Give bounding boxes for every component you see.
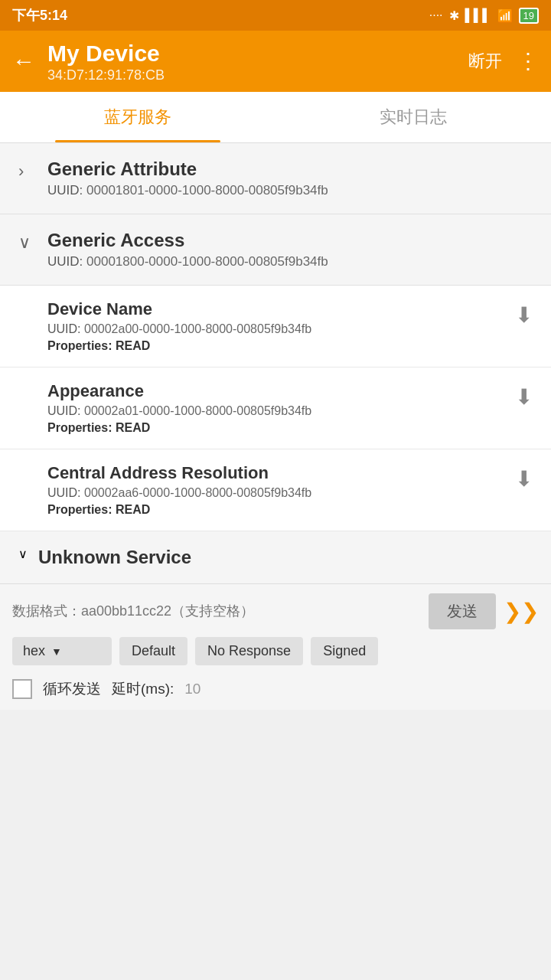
char-name-device-name: Device Name bbox=[47, 299, 515, 319]
char-uuid-device-name: UUID: 00002a00-0000-1000-8000-00805f9b34… bbox=[47, 322, 515, 336]
tab-bluetooth[interactable]: 蓝牙服务 bbox=[0, 92, 276, 142]
default-button[interactable]: Default bbox=[119, 637, 187, 665]
format-select[interactable]: hex ▼ bbox=[12, 637, 112, 665]
send-button[interactable]: 发送 bbox=[429, 593, 496, 629]
service-name-unknown: Unknown Service bbox=[38, 547, 533, 568]
chevron-down-icon-unknown: ∨ bbox=[18, 547, 28, 561]
toolbar-actions: 断开 ⋮ bbox=[468, 50, 539, 73]
status-time: 下午5:14 bbox=[12, 6, 67, 24]
loop-label: 循环发送 bbox=[43, 679, 101, 699]
loop-checkbox[interactable] bbox=[12, 679, 32, 699]
toolbar-title-block: My Device 34:D7:12:91:78:CB bbox=[47, 40, 456, 83]
read-icon-appearance[interactable]: ⬇ bbox=[515, 384, 533, 410]
char-actions-device-name: ⬇ bbox=[515, 299, 533, 328]
expand-icon[interactable]: ❯❯ bbox=[504, 599, 539, 624]
characteristic-appearance: Appearance UUID: 00002a01-0000-1000-8000… bbox=[0, 368, 551, 449]
battery-icon: 19 bbox=[519, 8, 539, 24]
delay-value: 10 bbox=[184, 681, 201, 697]
service-item-generic-attribute[interactable]: › Generic Attribute UUID: 00001801-0000-… bbox=[0, 143, 551, 214]
disconnect-button[interactable]: 断开 bbox=[468, 50, 502, 73]
chevron-down-icon: ∨ bbox=[18, 233, 37, 253]
char-actions-central-address: ⬇ bbox=[515, 463, 533, 492]
cellular-icon: ▌▌▌ bbox=[465, 8, 491, 22]
char-props-central-address: Properties: READ bbox=[47, 503, 515, 517]
char-uuid-central-address: UUID: 00002aa6-0000-1000-8000-00805f9b34… bbox=[47, 486, 515, 500]
char-uuid-appearance: UUID: 00002a01-0000-1000-8000-00805f9b34… bbox=[47, 404, 515, 418]
signed-button[interactable]: Signed bbox=[311, 637, 378, 665]
characteristic-device-name: Device Name UUID: 00002a00-0000-1000-800… bbox=[0, 286, 551, 368]
service-uuid-generic-access: UUID: 00001800-0000-1000-8000-00805f9b34… bbox=[47, 254, 533, 270]
service-uuid-generic-attribute: UUID: 00001801-0000-1000-8000-00805f9b34… bbox=[47, 183, 533, 198]
bluetooth-icon: ✱ bbox=[449, 8, 459, 23]
tabs: 蓝牙服务 实时日志 bbox=[0, 92, 551, 143]
char-name-appearance: Appearance bbox=[47, 381, 515, 401]
characteristic-central-address: Central Address Resolution UUID: 00002aa… bbox=[0, 449, 551, 531]
service-name-generic-attribute: Generic Attribute bbox=[47, 158, 533, 180]
data-input[interactable] bbox=[12, 600, 421, 622]
char-info-central-address: Central Address Resolution UUID: 00002aa… bbox=[47, 463, 515, 517]
read-icon-central-address[interactable]: ⬇ bbox=[515, 466, 533, 492]
service-item-unknown[interactable]: ∨ Unknown Service bbox=[0, 531, 551, 583]
char-name-central-address: Central Address Resolution bbox=[47, 463, 515, 483]
format-row: hex ▼ Default No Response Signed bbox=[12, 637, 539, 665]
char-actions-appearance: ⬇ bbox=[515, 381, 533, 410]
toolbar: ← My Device 34:D7:12:91:78:CB 断开 ⋮ bbox=[0, 31, 551, 92]
format-value: hex bbox=[23, 643, 45, 659]
service-list: › Generic Attribute UUID: 00001801-0000-… bbox=[0, 143, 551, 583]
back-button[interactable]: ← bbox=[12, 50, 35, 73]
char-info-device-name: Device Name UUID: 00002a00-0000-1000-800… bbox=[47, 299, 515, 353]
status-bar: 下午5:14 ···· ✱ ▌▌▌ 📶 19 bbox=[0, 0, 551, 31]
no-response-button[interactable]: No Response bbox=[195, 637, 303, 665]
service-name-generic-access: Generic Access bbox=[47, 230, 533, 251]
loop-row: 循环发送 延时(ms): 10 bbox=[12, 673, 539, 705]
service-info-generic-access: Generic Access UUID: 00001800-0000-1000-… bbox=[47, 230, 533, 270]
format-dropdown-icon: ▼ bbox=[51, 645, 62, 658]
tab-log[interactable]: 实时日志 bbox=[276, 92, 551, 142]
service-info-unknown: Unknown Service bbox=[38, 547, 533, 568]
char-props-device-name: Properties: READ bbox=[47, 339, 515, 353]
wifi-icon: 📶 bbox=[497, 8, 513, 23]
bottom-input-area: 发送 ❯❯ hex ▼ Default No Response Signed 循… bbox=[0, 583, 551, 710]
more-button[interactable]: ⋮ bbox=[517, 51, 539, 72]
device-address: 34:D7:12:91:78:CB bbox=[47, 67, 456, 83]
chevron-right-icon: › bbox=[18, 162, 37, 181]
status-icons: ···· ✱ ▌▌▌ 📶 19 bbox=[429, 8, 539, 24]
device-title: My Device bbox=[47, 40, 456, 67]
char-info-appearance: Appearance UUID: 00002a01-0000-1000-8000… bbox=[47, 381, 515, 435]
char-props-appearance: Properties: READ bbox=[47, 421, 515, 435]
read-icon-device-name[interactable]: ⬇ bbox=[515, 302, 533, 328]
signal-dots-icon: ···· bbox=[429, 8, 443, 22]
data-input-row: 发送 ❯❯ bbox=[12, 593, 539, 629]
service-item-generic-access[interactable]: ∨ Generic Access UUID: 00001800-0000-100… bbox=[0, 214, 551, 286]
delay-label: 延时(ms): bbox=[112, 679, 174, 699]
service-info-generic-attribute: Generic Attribute UUID: 00001801-0000-10… bbox=[47, 158, 533, 198]
